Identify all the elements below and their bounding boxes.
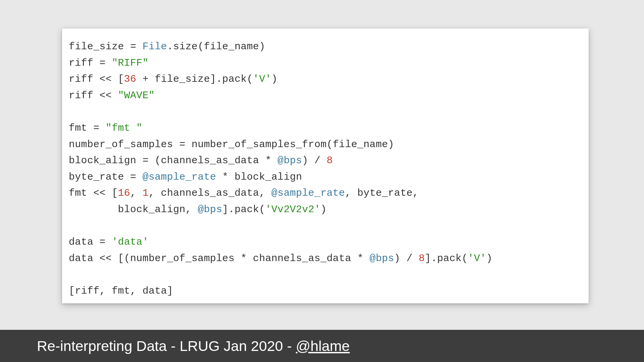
code-line-11: block_align, @bps].pack('Vv2V2v2') (69, 204, 327, 215)
code-line-4: riff << "WAVE" (69, 90, 155, 101)
footer-text: Re-interpreting Data - LRUG Jan 2020 - @… (37, 338, 350, 354)
code-line-9: byte_rate = @sample_rate * block_align (69, 171, 302, 183)
footer-handle-link[interactable]: @hlame (296, 338, 350, 354)
footer-bar: Re-interpreting Data - LRUG Jan 2020 - @… (0, 330, 644, 362)
code-line-2: riff = "RIFF" (69, 57, 149, 69)
code-line-3: riff << [36 + file_size].pack('V') (69, 73, 277, 85)
code-line-7: number_of_samples = number_of_samples_fr… (69, 139, 394, 150)
code-line-13: data = 'data' (69, 236, 149, 248)
code-line-1: file_size = File.size(file_name) (69, 41, 265, 52)
code-line-16: [riff, fmt, data] (69, 285, 173, 297)
code-block: file_size = File.size(file_name) riff = … (69, 39, 582, 299)
slide-card: file_size = File.size(file_name) riff = … (62, 28, 589, 303)
code-line-8: block_align = (channels_as_data * @bps) … (69, 155, 333, 166)
code-line-6: fmt = "fmt " (69, 122, 143, 134)
footer-prefix: Re-interpreting Data - LRUG Jan 2020 - (37, 338, 296, 354)
code-line-14: data << [(number_of_samples * channels_a… (69, 253, 492, 264)
code-line-10: fmt << [16, 1, channels_as_data, @sample… (69, 187, 419, 199)
